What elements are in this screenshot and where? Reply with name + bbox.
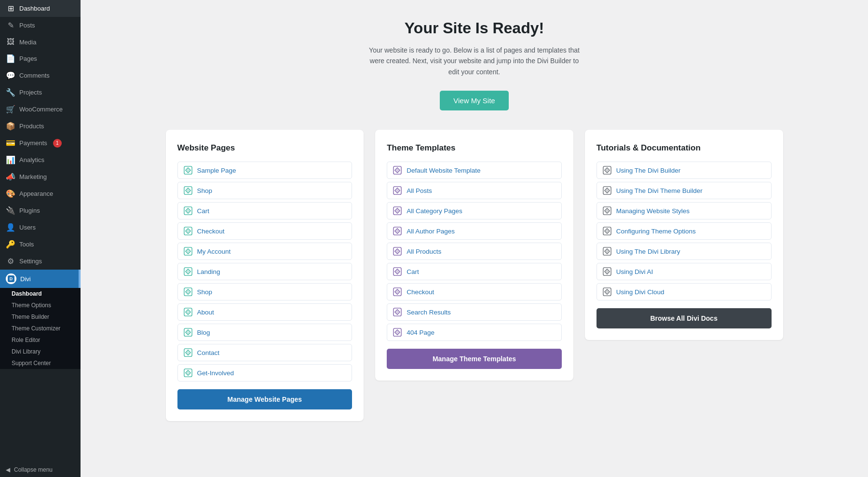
sidebar-label-products: Products xyxy=(19,123,44,130)
list-item-icon xyxy=(603,287,611,296)
list-item[interactable]: Contact xyxy=(177,344,353,361)
list-item[interactable]: Managing Website Styles xyxy=(597,202,772,219)
sidebar-item-dashboard[interactable]: ⊞ Dashboard xyxy=(0,0,81,17)
collapse-menu-button[interactable]: ◀ Collapse menu xyxy=(0,463,81,477)
list-item[interactable]: Checkout xyxy=(177,222,353,240)
list-item-label: Using The Divi Builder xyxy=(616,167,680,174)
website-pages-manage-button[interactable]: Manage Website Pages xyxy=(177,389,353,409)
sidebar-label-media: Media xyxy=(19,39,36,46)
list-item-label: All Author Pages xyxy=(407,228,455,235)
list-item[interactable]: Get-Involved xyxy=(177,364,353,382)
sidebar-item-comments[interactable]: 💬 Comments xyxy=(0,67,81,84)
list-item[interactable]: Using Divi Cloud xyxy=(597,283,772,300)
sidebar-label-marketing: Marketing xyxy=(19,173,47,180)
tools-icon: 🔑 xyxy=(6,240,15,249)
list-item[interactable]: Blog xyxy=(177,324,353,341)
list-item[interactable]: All Author Pages xyxy=(387,222,562,240)
divi-sub-support-center[interactable]: Support Center xyxy=(0,357,81,369)
collapse-label: Collapse menu xyxy=(14,466,53,473)
sidebar-item-analytics[interactable]: 📊 Analytics xyxy=(0,151,81,168)
sidebar-item-divi[interactable]: D Divi xyxy=(0,270,81,288)
sidebar-item-products[interactable]: 📦 Products xyxy=(0,118,81,135)
list-item-label: Checkout xyxy=(197,228,225,235)
list-item[interactable]: 404 Page xyxy=(387,324,562,341)
list-item[interactable]: Cart xyxy=(387,263,562,280)
theme-templates-manage-button[interactable]: Manage Theme Templates xyxy=(387,349,562,369)
sidebar-item-tools[interactable]: 🔑 Tools xyxy=(0,236,81,253)
list-item-label: Shop xyxy=(197,288,213,296)
sidebar-label-appearance: Appearance xyxy=(19,190,53,197)
media-icon: 🖼 xyxy=(6,38,15,46)
sidebar-item-projects[interactable]: 🔧 Projects xyxy=(0,84,81,101)
list-item-label: Contact xyxy=(197,349,220,356)
sidebar-item-appearance[interactable]: 🎨 Appearance xyxy=(0,185,81,202)
list-item-label: Using The Divi Library xyxy=(616,248,680,255)
list-item[interactable]: About xyxy=(177,303,353,321)
list-item-icon xyxy=(393,287,402,296)
card-title-tutorials: Tutorials & Documentation xyxy=(597,143,772,153)
tutorials-manage-button[interactable]: Browse All Divi Docs xyxy=(597,308,772,328)
sidebar-item-plugins[interactable]: 🔌 Plugins xyxy=(0,202,81,219)
list-item[interactable]: Shop xyxy=(177,182,353,199)
payments-icon: 💳 xyxy=(6,138,15,148)
products-icon: 📦 xyxy=(6,122,15,131)
list-item[interactable]: All Products xyxy=(387,243,562,260)
list-item-label: Checkout xyxy=(407,288,434,296)
list-item[interactable]: Using The Divi Builder xyxy=(597,162,772,179)
sidebar-item-woocommerce[interactable]: 🛒 WooCommerce xyxy=(0,101,81,118)
list-item-icon xyxy=(393,308,402,316)
sidebar-item-settings[interactable]: ⚙ Settings xyxy=(0,253,81,270)
list-item-icon xyxy=(603,166,611,175)
divi-sub-theme-builder[interactable]: Theme Builder xyxy=(0,311,81,323)
marketing-icon: 📣 xyxy=(6,172,15,181)
list-item[interactable]: Using The Divi Theme Builder xyxy=(597,182,772,199)
list-item[interactable]: Cart xyxy=(177,202,353,219)
page-subtitle: Your website is ready to go. Below is a … xyxy=(366,45,583,77)
divi-sub-theme-customizer[interactable]: Theme Customizer xyxy=(0,323,81,334)
card-theme-templates: Theme Templates Default Website Template… xyxy=(375,130,573,381)
list-item[interactable]: Sample Page xyxy=(177,162,353,179)
sidebar-item-pages[interactable]: 📄 Pages xyxy=(0,50,81,67)
list-item[interactable]: All Category Pages xyxy=(387,202,562,219)
list-item[interactable]: Default Website Template xyxy=(387,162,562,179)
list-item-label: Managing Website Styles xyxy=(616,207,690,215)
list-item-icon xyxy=(184,308,192,316)
list-item-icon xyxy=(184,166,192,175)
appearance-icon: 🎨 xyxy=(6,189,15,198)
list-item[interactable]: Using Divi AI xyxy=(597,263,772,280)
sidebar-item-media[interactable]: 🖼 Media xyxy=(0,34,81,50)
list-item[interactable]: Landing xyxy=(177,263,353,280)
dashboard-icon: ⊞ xyxy=(6,4,15,13)
list-item[interactable]: Using The Divi Library xyxy=(597,243,772,260)
woocommerce-icon: 🛒 xyxy=(6,105,15,114)
list-item[interactable]: Checkout xyxy=(387,283,562,300)
main-content: Your Site Is Ready! Your website is read… xyxy=(81,0,868,477)
sidebar-label-comments: Comments xyxy=(19,72,50,79)
card-list-tutorials: Using The Divi Builder Using The Divi Th… xyxy=(597,162,772,300)
list-item[interactable]: Shop xyxy=(177,283,353,300)
list-item-icon xyxy=(393,247,402,256)
divi-sub-theme-options[interactable]: Theme Options xyxy=(0,300,81,311)
list-item-icon xyxy=(603,206,611,215)
sidebar-item-users[interactable]: 👤 Users xyxy=(0,219,81,236)
sidebar-item-posts[interactable]: ✎ Posts xyxy=(0,17,81,34)
sidebar-label-users: Users xyxy=(19,224,36,231)
list-item[interactable]: All Posts xyxy=(387,182,562,199)
divi-sub-dashboard[interactable]: Dashboard xyxy=(0,288,81,300)
sidebar: ⊞ Dashboard ✎ Posts 🖼 Media 📄 Pages 💬 Co… xyxy=(0,0,81,477)
list-item-icon xyxy=(184,206,192,215)
list-item-label: All Category Pages xyxy=(407,207,462,215)
list-item-icon xyxy=(393,206,402,215)
divi-sub-role-editor[interactable]: Role Editor xyxy=(0,334,81,346)
list-item-label: Using The Divi Theme Builder xyxy=(616,187,703,194)
sidebar-item-marketing[interactable]: 📣 Marketing xyxy=(0,168,81,185)
divi-sub-divi-library[interactable]: Divi Library xyxy=(0,346,81,357)
view-site-button[interactable]: View My Site xyxy=(440,91,508,110)
list-item[interactable]: Search Results xyxy=(387,303,562,321)
posts-icon: ✎ xyxy=(6,21,15,30)
list-item[interactable]: Configuring Theme Options xyxy=(597,222,772,240)
badge-payments: 1 xyxy=(53,139,62,148)
list-item-icon xyxy=(603,227,611,235)
list-item[interactable]: My Account xyxy=(177,243,353,260)
sidebar-item-payments[interactable]: 💳 Payments 1 xyxy=(0,135,81,151)
